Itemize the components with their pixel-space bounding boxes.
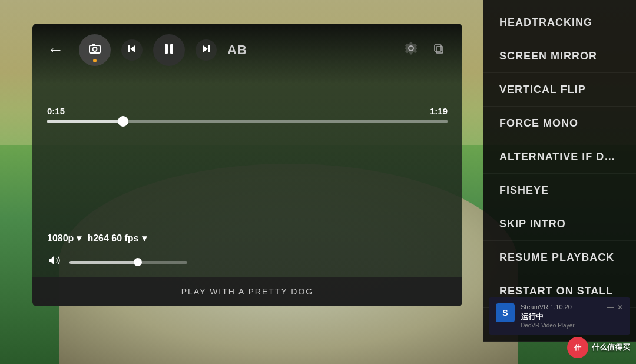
volume-row (47, 253, 448, 271)
progress-section: 0:15 1:19 (47, 106, 448, 123)
steamvr-icon: S (496, 303, 515, 322)
volume-icon (47, 253, 61, 271)
menu-item-fisheye[interactable]: FISHEYE (483, 174, 636, 207)
controls-overlay: ← (32, 24, 462, 84)
svg-rect-10 (435, 45, 441, 51)
svg-rect-0 (90, 45, 100, 53)
menu-item-skip-intro[interactable]: SKIP INTRO (483, 207, 636, 241)
settings-button[interactable] (403, 41, 419, 59)
quality-row: 1080p ▾ h264 60 fps ▾ (47, 233, 448, 244)
prev-button[interactable] (121, 39, 143, 61)
volume-fill (69, 261, 138, 264)
prev-icon (127, 44, 137, 57)
menu-item-force-mono[interactable]: FORCE MONO (483, 107, 636, 140)
svg-marker-7 (203, 45, 208, 52)
total-time: 1:19 (430, 106, 448, 116)
watermark-logo: 什 (567, 337, 588, 358)
svg-rect-8 (208, 45, 210, 52)
screenshot-button[interactable] (79, 34, 111, 66)
watermark: 什 什么值得买 (567, 337, 630, 358)
video-player-panel: ← (32, 24, 462, 306)
steamvr-title: SteamVR 1.10.20 (521, 303, 601, 310)
svg-rect-2 (92, 44, 95, 45)
progress-fill (47, 120, 123, 123)
controls-row: ← (47, 34, 445, 66)
volume-thumb[interactable] (134, 258, 142, 266)
record-indicator (93, 59, 97, 62)
menu-item-alternative-if-default[interactable]: ALTERNATIVE IF DEFAU (483, 140, 636, 174)
bottom-controls: 1080p ▾ h264 60 fps ▾ (47, 233, 448, 271)
next-icon (201, 44, 211, 57)
close-button[interactable]: ✕ (617, 303, 623, 312)
svg-marker-3 (130, 45, 135, 52)
screenshot-icon (88, 42, 102, 59)
title-bar: PLAY WITH A PRETTY DOG (32, 277, 462, 306)
menu-item-screen-mirror[interactable]: SCREEN MIRROR (483, 39, 636, 73)
menu-item-headtracking[interactable]: HEADTRACKING (483, 6, 636, 39)
current-time: 0:15 (47, 106, 65, 116)
video-title: PLAY WITH A PRETTY DOG (181, 287, 314, 296)
svg-rect-4 (128, 45, 130, 52)
steamvr-status: 运行中 (521, 312, 601, 322)
codec-arrow-icon: ▾ (142, 233, 147, 244)
steamvr-content: SteamVR 1.10.20 运行中 DeoVR Video Player (521, 303, 601, 329)
svg-marker-11 (49, 256, 54, 265)
right-menu-panel: HEADTRACKINGSCREEN MIRRORVERTICAL FLIPFO… (483, 0, 636, 342)
back-button[interactable]: ← (47, 41, 64, 59)
menu-item-resume-playback[interactable]: RESUME PLAYBACK (483, 241, 636, 274)
watermark-text: 什么值得买 (592, 342, 630, 353)
svg-rect-6 (170, 44, 173, 54)
volume-bar[interactable] (69, 261, 187, 264)
progress-bar[interactable] (47, 120, 448, 123)
quality-label: 1080p (47, 233, 74, 244)
quality-arrow-icon: ▾ (77, 233, 81, 244)
copy-button[interactable] (433, 43, 445, 58)
quality-selector[interactable]: 1080p ▾ (47, 233, 81, 244)
progress-thumb[interactable] (118, 116, 128, 127)
svg-rect-5 (165, 44, 168, 54)
menu-item-vertical-flip[interactable]: VERTICAL FLIP (483, 73, 636, 107)
steamvr-notification[interactable]: S SteamVR 1.10.20 运行中 DeoVR Video Player… (489, 297, 630, 335)
steamvr-subtitle: DeoVR Video Player (521, 322, 601, 329)
svg-point-1 (93, 47, 97, 51)
pause-icon (163, 42, 175, 58)
svg-rect-9 (436, 47, 443, 53)
steamvr-window-controls: — ✕ (607, 303, 623, 312)
next-button[interactable] (196, 39, 217, 61)
pause-button[interactable] (153, 34, 185, 66)
time-row: 0:15 1:19 (47, 106, 448, 116)
ab-button[interactable]: AB (227, 42, 247, 58)
codec-selector[interactable]: h264 60 fps ▾ (87, 233, 146, 244)
codec-label: h264 60 fps (87, 233, 138, 244)
minimize-button[interactable]: — (607, 303, 614, 312)
